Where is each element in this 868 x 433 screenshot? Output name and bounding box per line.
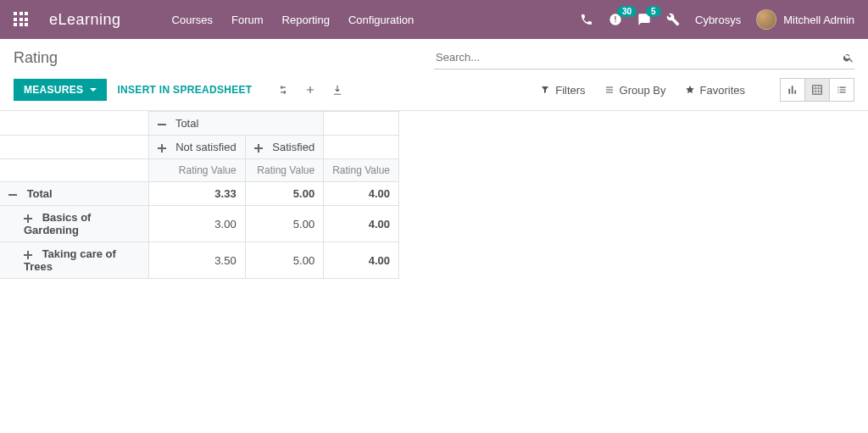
row-r2-label: Taking care of Trees — [24, 247, 116, 273]
flip-axis-icon[interactable] — [277, 84, 289, 96]
download-icon[interactable] — [331, 84, 343, 96]
cell-r1-sat: 5.00 — [245, 206, 324, 242]
avatar — [756, 9, 776, 30]
collapse-icon — [8, 190, 19, 200]
pivot-table: Total Not satisfied Satisfied Rating Val… — [0, 111, 399, 279]
filter-group: Filters Group By Favorites — [540, 78, 854, 102]
col-satisfied-label: Satisfied — [272, 141, 314, 153]
view-graph-button[interactable] — [780, 78, 805, 102]
chevron-down-icon — [90, 88, 97, 92]
nav-forum[interactable]: Forum — [231, 14, 264, 26]
search-wrap — [434, 46, 854, 69]
messages-badge: 5 — [646, 6, 661, 17]
activities-badge: 30 — [617, 6, 637, 17]
expand-icon — [254, 143, 264, 153]
phone-icon[interactable] — [580, 13, 593, 26]
cell-total-total: 4.00 — [324, 182, 399, 206]
expand-all-icon[interactable] — [304, 84, 316, 96]
col-grand-total-spacer — [324, 112, 399, 136]
col-not-satisfied-label: Not satisfied — [175, 141, 236, 153]
pivot-tools — [277, 84, 343, 96]
col-total-label: Total — [175, 117, 198, 130]
measures-button[interactable]: Measures — [14, 79, 107, 101]
collapse-icon — [158, 119, 168, 130]
search-icon[interactable] — [843, 52, 854, 64]
nav-courses[interactable]: Courses — [172, 14, 213, 26]
col-satisfied[interactable]: Satisfied — [245, 136, 324, 159]
insert-spreadsheet-button[interactable]: Insert in Spreadsheet — [107, 79, 262, 101]
cell-total-sat: 5.00 — [245, 182, 324, 206]
groupby-button[interactable]: Group By — [604, 84, 666, 97]
activities-icon[interactable]: 30 — [609, 13, 622, 26]
tools-icon[interactable] — [666, 13, 680, 26]
pivot-icon — [811, 84, 823, 96]
navbar-left: eLearning Courses Forum Reporting Config… — [14, 11, 414, 29]
user-name: Mitchell Admin — [783, 14, 854, 26]
row-r1-header[interactable]: Basics of Gardening — [0, 206, 148, 242]
cell-r2-total: 4.00 — [324, 242, 399, 279]
pivot-corner — [0, 112, 148, 136]
company-name[interactable]: Cybrosys — [695, 14, 741, 26]
groupby-label: Group By — [620, 84, 666, 97]
expand-icon — [24, 214, 34, 224]
expand-icon — [24, 250, 34, 260]
row-total: Total 3.33 5.00 4.00 — [0, 182, 399, 206]
brand-title[interactable]: eLearning — [49, 11, 121, 29]
pivot-corner3 — [0, 159, 148, 182]
measure-header-3: Rating Value — [324, 159, 399, 182]
row-r1: Basics of Gardening 3.00 5.00 4.00 — [0, 206, 399, 242]
search-input[interactable] — [434, 46, 843, 69]
breadcrumb: Rating — [14, 49, 58, 67]
star-icon — [685, 85, 695, 95]
col-not-satisfied[interactable]: Not satisfied — [148, 136, 245, 159]
cell-r1-total: 4.00 — [324, 206, 399, 242]
measure-header-2: Rating Value — [245, 159, 324, 182]
apps-icon[interactable] — [14, 12, 29, 27]
measure-header-1: Rating Value — [148, 159, 245, 182]
messages-icon[interactable]: 5 — [637, 13, 651, 26]
filters-label: Filters — [555, 84, 585, 97]
row-r2-header[interactable]: Taking care of Trees — [0, 242, 148, 279]
expand-icon — [158, 143, 168, 153]
user-menu[interactable]: Mitchell Admin — [756, 9, 854, 30]
cell-r2-sat: 5.00 — [245, 242, 324, 279]
cell-r1-notsat: 3.00 — [148, 206, 245, 242]
cell-r2-notsat: 3.50 — [148, 242, 245, 279]
col-total-header[interactable]: Total — [148, 112, 324, 136]
navbar-right: 30 5 Cybrosys Mitchell Admin — [580, 9, 854, 30]
control-panel-bottom: Measures Insert in Spreadsheet Filters G… — [0, 73, 868, 111]
view-list-button[interactable] — [829, 78, 854, 102]
nav-menu: Courses Forum Reporting Configuration — [172, 14, 415, 26]
nav-reporting[interactable]: Reporting — [282, 14, 330, 26]
view-switcher — [781, 78, 854, 102]
filter-icon — [540, 85, 550, 95]
control-panel-top: Rating — [0, 39, 868, 73]
filters-button[interactable]: Filters — [540, 84, 585, 97]
pivot-corner2 — [0, 136, 148, 159]
navbar: eLearning Courses Forum Reporting Config… — [0, 0, 868, 39]
row-total-label: Total — [27, 187, 53, 200]
col-grand-total-spacer2 — [324, 136, 399, 159]
pivot-table-wrap: Total Not satisfied Satisfied Rating Val… — [0, 111, 868, 279]
favorites-button[interactable]: Favorites — [685, 84, 745, 97]
cell-total-notsat: 3.33 — [148, 182, 245, 206]
measures-label: Measures — [24, 84, 83, 96]
view-pivot-button[interactable] — [804, 78, 830, 102]
row-r2: Taking care of Trees 3.50 5.00 4.00 — [0, 242, 399, 279]
row-total-header[interactable]: Total — [0, 182, 148, 206]
favorites-label: Favorites — [700, 84, 745, 97]
groupby-icon — [604, 85, 615, 95]
graph-icon — [787, 84, 798, 96]
list-icon — [836, 84, 848, 96]
nav-configuration[interactable]: Configuration — [348, 14, 414, 26]
